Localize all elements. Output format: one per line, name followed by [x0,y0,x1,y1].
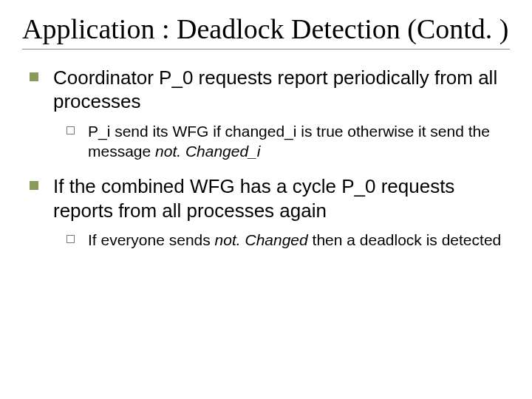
bullet-level1: Coordinator P_0 requests report periodic… [30,66,510,114]
square-bullet-icon [30,72,38,81]
subbullet-em: not. Changed_i [155,143,260,160]
hollow-square-bullet-icon [66,235,75,243]
slide-title: Application : Deadlock Detection (Contd.… [22,13,510,46]
title-block: Application : Deadlock Detection (Contd.… [22,13,510,50]
subbullet-text: If everyone sends not. Changed then a de… [88,230,501,250]
square-bullet-icon [30,181,38,190]
bullet-text: Coordinator P_0 requests report periodic… [53,66,510,114]
subbullet-text: P_i send its WFG if changed_i is true ot… [88,121,510,162]
subbullet-em: not. Changed [215,231,308,248]
subbullet-pre: P_i send its WFG if changed_i is true ot… [88,123,490,160]
bullet-level2: P_i send its WFG if changed_i is true ot… [66,121,510,162]
slide: Application : Deadlock Detection (Contd.… [0,0,532,399]
slide-body: Coordinator P_0 requests report periodic… [22,66,510,250]
bullet-text: If the combined WFG has a cycle P_0 requ… [53,174,510,222]
subbullet-post: then a deadlock is detected [308,231,502,248]
hollow-square-bullet-icon [66,126,75,134]
bullet-level1: If the combined WFG has a cycle P_0 requ… [30,174,510,222]
subbullet-pre: If everyone sends [88,231,215,248]
bullet-level2: If everyone sends not. Changed then a de… [66,230,510,250]
